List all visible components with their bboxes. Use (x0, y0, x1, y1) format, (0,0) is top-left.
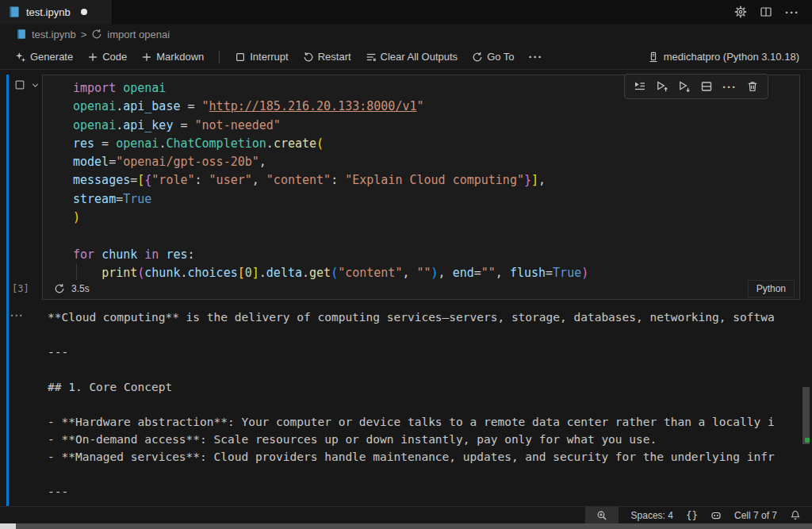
overview-ruler-marker (805, 438, 810, 443)
editor-actions: ··· (734, 0, 812, 24)
code-line[interactable]: openai.api_key = "not-needed" (73, 117, 799, 135)
breadcrumb-separator: > (81, 29, 87, 40)
output-line: - **On-demand access**: Scale resources … (48, 431, 801, 448)
output-line: --- (48, 343, 801, 361)
output-line: **Cloud computing** is the delivery of c… (48, 309, 801, 326)
breadcrumb-file[interactable]: test.ipynb (32, 29, 76, 40)
notebook-toolbar: Generate Code Markdown Interrupt Restart… (0, 44, 812, 70)
trash-icon (746, 80, 759, 93)
output-collapse-button[interactable]: ··· (10, 309, 24, 322)
add-markdown-cell-button[interactable]: Markdown (137, 48, 208, 65)
restart-icon (303, 52, 314, 63)
output-line (48, 466, 801, 483)
output-lines: **Cloud computing** is the delivery of c… (48, 309, 801, 500)
delete-cell-button[interactable] (744, 78, 761, 95)
stop-square-icon (235, 52, 246, 63)
code-line[interactable]: model="openai/gpt-oss-20b", (73, 153, 799, 171)
execution-duration: 3.5s (54, 283, 90, 294)
cell-language-picker[interactable]: Python (748, 280, 795, 297)
cell-status-bar: 3.5s Python (43, 278, 799, 299)
code-editor[interactable]: import openaiopenai.api_base = "http://1… (43, 75, 799, 280)
more-actions-icon: ··· (529, 51, 543, 63)
code-line[interactable]: messages=[{"role": "user", "content": "E… (73, 171, 799, 190)
cell-more-actions-button[interactable]: ··· (720, 79, 739, 95)
run-by-line-button[interactable] (631, 78, 649, 95)
output-line (48, 361, 801, 378)
code-cell: import openaiopenai.api_base = "http://1… (42, 75, 800, 300)
code-line[interactable]: stream=True (73, 190, 799, 209)
go-to-label: Go To (487, 51, 514, 63)
play-up-icon (656, 80, 668, 93)
code-line[interactable]: res = openai.ChatCompletion.create( (73, 135, 799, 153)
notifications-button[interactable] (790, 510, 801, 521)
language-mode-indicator[interactable]: {} (686, 509, 698, 521)
code-line[interactable]: ) (73, 209, 799, 227)
cell-run-state-icon[interactable] (14, 79, 25, 90)
sync-icon (472, 52, 483, 63)
zoom-in-icon (596, 510, 607, 521)
interrupt-label: Interrupt (250, 51, 288, 63)
split-editor-icon[interactable] (760, 6, 772, 18)
execute-above-cells-button[interactable] (653, 78, 671, 95)
restart-label: Restart (318, 51, 351, 63)
copilot-status-button[interactable] (710, 510, 722, 521)
status-bar: Spaces: 4 {} Cell 7 of 7 (0, 506, 812, 523)
plus-icon (141, 52, 152, 63)
more-actions-icon[interactable]: ··· (785, 6, 799, 18)
add-code-label: Code (102, 51, 127, 63)
code-line[interactable]: openai.api_base = "http://185.216.20.133… (73, 98, 799, 116)
code-lines: import openaiopenai.api_base = "http://1… (73, 79, 799, 280)
kernel-picker[interactable]: medichatpro (Python 3.10.18) (643, 48, 804, 65)
cell-output: **Cloud computing** is the delivery of c… (48, 309, 801, 507)
execute-cell-and-below-button[interactable] (676, 78, 693, 95)
indentation-indicator[interactable]: Spaces: 4 (631, 510, 673, 521)
horizontal-scrollbar-thumb[interactable] (0, 523, 16, 529)
breadcrumb-cell-symbol[interactable]: import openai (107, 29, 170, 40)
cell-gutter-controls (14, 79, 40, 90)
interrupt-button[interactable]: Interrupt (231, 48, 292, 65)
output-line: --- (48, 483, 801, 500)
go-to-button[interactable]: Go To (468, 48, 518, 65)
tab-bar: test.ipynb ··· (0, 0, 812, 24)
restart-button[interactable]: Restart (299, 48, 355, 65)
toolbar-more-actions-button[interactable]: ··· (525, 48, 547, 65)
modified-dot-icon[interactable] (81, 9, 87, 15)
copilot-icon (710, 510, 722, 521)
plus-icon (87, 52, 98, 63)
output-line (48, 326, 801, 343)
clear-all-outputs-button[interactable]: Clear All Outputs (362, 48, 462, 65)
output-line: - **Managed services**: Cloud providers … (48, 448, 801, 466)
sparkle-icon (15, 52, 26, 63)
notebook-icon (16, 29, 27, 40)
code-line[interactable]: for chunk in res: (73, 246, 799, 264)
tab-label: test.ipynb (26, 6, 71, 18)
notebook-icon (8, 6, 21, 18)
bell-icon (790, 510, 801, 521)
refresh-icon[interactable] (54, 283, 65, 294)
zoom-indicator-button[interactable] (585, 507, 619, 524)
chevron-down-icon[interactable] (30, 80, 40, 90)
cell-position-indicator[interactable]: Cell 7 of 7 (734, 510, 777, 521)
toolbar-divider (219, 51, 220, 63)
kernel-label: medichatpro (Python 3.10.18) (664, 51, 799, 63)
clear-outputs-icon (366, 52, 377, 63)
duration-label: 3.5s (71, 283, 90, 294)
horizontal-scrollbar-track[interactable] (0, 523, 812, 529)
server-icon (648, 52, 659, 63)
add-code-cell-button[interactable]: Code (83, 48, 131, 65)
add-markdown-label: Markdown (156, 51, 204, 63)
code-line[interactable]: print(chunk.choices[0].delta.get("conten… (73, 264, 799, 280)
cell-toolbar: ··· (624, 74, 768, 99)
output-line: - **Hardware abstraction**: Your compute… (48, 413, 801, 431)
clear-all-outputs-label: Clear All Outputs (381, 51, 458, 63)
output-line: ## 1. Core Concept (48, 378, 801, 396)
generate-label: Generate (30, 51, 73, 63)
vertical-scrollbar-thumb[interactable] (802, 387, 810, 444)
tab-test-ipynb[interactable]: test.ipynb (0, 0, 113, 24)
code-line[interactable] (73, 227, 799, 245)
split-cell-button[interactable] (698, 78, 715, 95)
generate-button[interactable]: Generate (11, 48, 77, 65)
gear-icon[interactable] (734, 6, 747, 18)
play-down-icon (678, 80, 691, 93)
output-line (48, 396, 801, 413)
